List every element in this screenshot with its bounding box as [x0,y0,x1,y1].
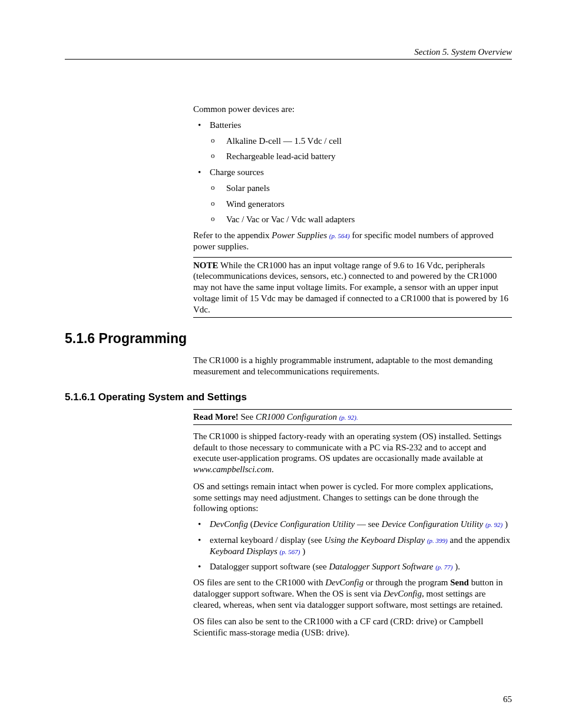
sublist-item: Wind generators [210,199,512,210]
text-run: and the appendix [448,535,510,545]
page-header: Section 5. System Overview [65,47,512,60]
text-bold: Send [450,578,469,587]
list-item-datalogger-software: Datalogger support software (see Datalog… [193,561,512,572]
page-reference-link[interactable]: (p. 77) [435,564,452,571]
text-italic: CR1000 Configuration [256,412,339,421]
text-italic: Using the Keyboard Display [325,535,427,545]
list-item-batteries: Batteries Alkaline D-cell — 1.5 Vdc / ce… [193,120,512,162]
text-italic: DevConfig [384,589,422,598]
text-run: . [272,465,274,474]
note-text: While the CR1000 has an input voltage ra… [193,261,508,314]
batteries-sublist: Alkaline D-cell — 1.5 Vdc / cell Recharg… [210,136,512,163]
list-item-label: Charge sources [210,167,264,177]
text-run: Datalogger support software (see [210,562,329,571]
list-item-external-keyboard: external keyboard / display (see Using t… [193,535,512,557]
text-italic: Device Configuration Utility [382,519,485,529]
page-reference-link[interactable]: (p. 92) [485,521,503,528]
list-item-label: Batteries [210,120,241,130]
text-run: external keyboard / display (see [210,535,325,545]
text-run: The CR1000 is shipped factory-ready with… [193,431,501,463]
text-run: ) [503,519,508,529]
page-reference-link[interactable]: (p. 399) [427,537,448,544]
text-run: ( [248,519,253,529]
page-reference-link[interactable]: (p. 567) [280,548,300,555]
heading-programming: 5.1.6 Programming [65,331,512,347]
heading-os-settings: 5.1.6.1 Operating System and Settings [65,391,512,403]
page-reference-link[interactable]: (p. 564) [329,232,350,239]
text-run: See [239,412,256,421]
os-para-1: The CR1000 is shipped factory-ready with… [193,431,512,475]
sublist-item: Rechargeable lead-acid battery [210,151,512,162]
common-power-intro: Common power devices are: [193,104,512,115]
sublist-item: Vac / Vac or Vac / Vdc wall adapters [210,214,512,225]
note-box: NOTE While the CR1000 has an input volta… [193,257,512,318]
text-run: or through the program [363,578,450,587]
text-run: OS files are sent to the CR1000 with [193,578,325,587]
note-label: NOTE [193,261,219,270]
charge-sublist: Solar panels Wind generators Vac / Vac o… [210,183,512,225]
text-italic: Keyboard Displays [210,546,280,556]
sublist-item: Solar panels [210,183,512,194]
sublist-item: Alkaline D-cell — 1.5 Vdc / cell [210,136,512,147]
text-italic: Power Supplies [272,230,329,240]
os-para-2: OS and settings remain intact when power… [193,481,512,514]
text-run: — see [355,519,381,529]
readmore-label: Read More! [193,412,239,421]
refer-appendix-para: Refer to the appendix Power Supplies (p.… [193,230,512,252]
text-run: ). [452,562,460,571]
text-italic: Device Configuration Utility [253,519,355,529]
text-run: ) [300,546,305,556]
readmore-box: Read More! See CR1000 Configuration (p. … [193,409,512,425]
page-number: 65 [503,694,512,704]
power-devices-list: Batteries Alkaline D-cell — 1.5 Vdc / ce… [193,120,512,225]
list-item-devconfig: DevConfig (Device Configuration Utility … [193,519,512,530]
text-italic: DevConfig [210,519,248,529]
text-run: Refer to the appendix [193,230,272,240]
os-para-4: OS files can also be sent to the CR1000 … [193,616,512,638]
list-item-charge-sources: Charge sources Solar panels Wind generat… [193,167,512,225]
url-text: www.campbellsci.com [193,465,272,474]
section-label: Section 5. System Overview [414,47,512,57]
text-italic: DevConfig [325,578,363,587]
os-para-3: OS files are sent to the CR1000 with Dev… [193,577,512,610]
page-reference-link[interactable]: (p. 92). [339,414,358,421]
text-italic: Datalogger Support Software [329,562,435,571]
settings-options-list: DevConfig (Device Configuration Utility … [193,519,512,572]
programming-para: The CR1000 is a highly programmable inst… [193,355,512,377]
